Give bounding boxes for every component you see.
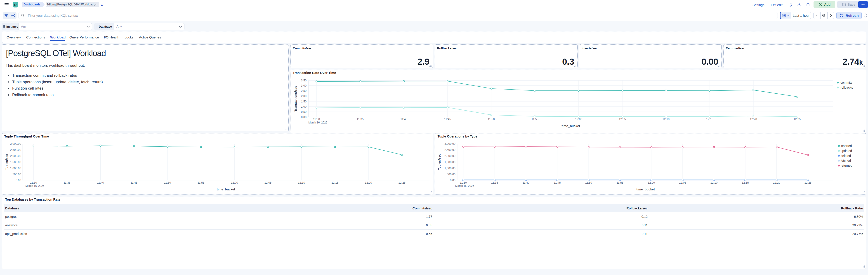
svg-text:0.00: 0.00 [301,115,307,119]
svg-text:12:25: 12:25 [398,181,405,184]
svg-text:Transactions/sec: Transactions/sec [294,86,298,112]
svg-text:2,000.00: 2,000.00 [10,154,21,158]
svg-text:11:50: 11:50 [164,181,170,184]
svg-text:11:55: 11:55 [532,118,538,121]
svg-text:1,000.00: 1,000.00 [444,167,456,170]
svg-text:12:25: 12:25 [794,118,801,121]
svg-text:time_bucket: time_bucket [636,187,655,191]
svg-text:12:10: 12:10 [710,181,717,184]
svg-text:11:55: 11:55 [616,181,623,184]
svg-text:500.00: 500.00 [447,173,455,176]
svg-text:inserted: inserted [840,144,852,148]
svg-text:fetched: fetched [840,159,851,162]
svg-text:12:10: 12:10 [662,118,670,121]
svg-text:11:30: 11:30 [30,181,37,184]
svg-text:Tuple Operations by Type: Tuple Operations by Type [438,134,477,138]
svg-text:11:35: 11:35 [491,181,498,184]
svg-text:3.50: 3.50 [301,79,307,82]
svg-text:12:00: 12:00 [575,118,582,121]
svg-text:1,500.00: 1,500.00 [444,160,456,164]
svg-text:2.50: 2.50 [301,89,307,92]
svg-text:1,000.00: 1,000.00 [10,167,21,170]
svg-text:0.00: 0.00 [16,179,21,182]
svg-text:Tuples/sec: Tuples/sec [438,154,441,170]
svg-text:0.00: 0.00 [450,179,455,182]
svg-text:March 16, 2026: March 16, 2026 [455,184,474,187]
svg-text:2,000.00: 2,000.00 [444,154,456,158]
svg-text:11:45: 11:45 [130,181,137,184]
svg-text:11:35: 11:35 [357,118,364,121]
svg-text:12:25: 12:25 [804,181,811,184]
svg-text:time_bucket: time_bucket [562,124,580,127]
svg-text:12:05: 12:05 [264,181,271,184]
svg-text:12:00: 12:00 [648,181,655,184]
svg-text:12:05: 12:05 [619,118,626,121]
svg-text:12:05: 12:05 [679,181,686,184]
svg-text:11:30: 11:30 [313,118,320,121]
svg-text:11:50: 11:50 [585,181,592,184]
svg-text:12:00: 12:00 [231,181,238,184]
svg-text:commits: commits [841,81,852,84]
svg-text:11:30: 11:30 [460,181,467,184]
svg-text:11:45: 11:45 [554,181,561,184]
svg-text:12:15: 12:15 [331,181,338,184]
svg-text:11:50: 11:50 [488,118,495,121]
svg-text:2,500.00: 2,500.00 [444,148,456,152]
svg-text:12:15: 12:15 [742,181,749,184]
svg-text:12:20: 12:20 [773,181,780,184]
svg-text:March 16, 2026: March 16, 2026 [309,121,328,124]
svg-text:11:35: 11:35 [64,181,70,184]
svg-text:11:45: 11:45 [444,118,451,121]
svg-text:Tuples/sec: Tuples/sec [5,154,8,170]
svg-text:12:20: 12:20 [750,118,757,121]
svg-text:time_bucket: time_bucket [217,187,235,191]
svg-text:12:15: 12:15 [706,118,713,121]
svg-text:1,500.00: 1,500.00 [10,160,21,164]
svg-text:March 16, 2026: March 16, 2026 [25,184,44,187]
svg-text:3,000.00: 3,000.00 [10,143,21,146]
svg-text:11:40: 11:40 [401,118,407,121]
svg-text:Transaction Rate Over Time: Transaction Rate Over Time [293,71,336,74]
svg-text:2.00: 2.00 [301,94,307,98]
svg-text:500.00: 500.00 [12,173,21,176]
svg-text:1.00: 1.00 [301,105,307,108]
svg-text:3,000.00: 3,000.00 [444,143,456,146]
svg-text:12:10: 12:10 [298,181,305,184]
svg-text:12:20: 12:20 [365,181,372,184]
svg-text:3.00: 3.00 [301,84,307,87]
svg-text:1.50: 1.50 [301,100,307,103]
svg-text:Tuple Throughput Over Time: Tuple Throughput Over Time [4,134,49,138]
svg-text:rollbacks: rollbacks [841,86,853,89]
svg-text:0.50: 0.50 [301,110,307,113]
svg-text:deleted: deleted [840,154,851,158]
svg-text:2,500.00: 2,500.00 [10,148,21,152]
svg-text:11:40: 11:40 [523,181,529,184]
svg-text:updated: updated [840,149,852,153]
svg-text:11:40: 11:40 [97,181,104,184]
svg-text:11:55: 11:55 [197,181,204,184]
svg-text:returned: returned [840,164,852,167]
